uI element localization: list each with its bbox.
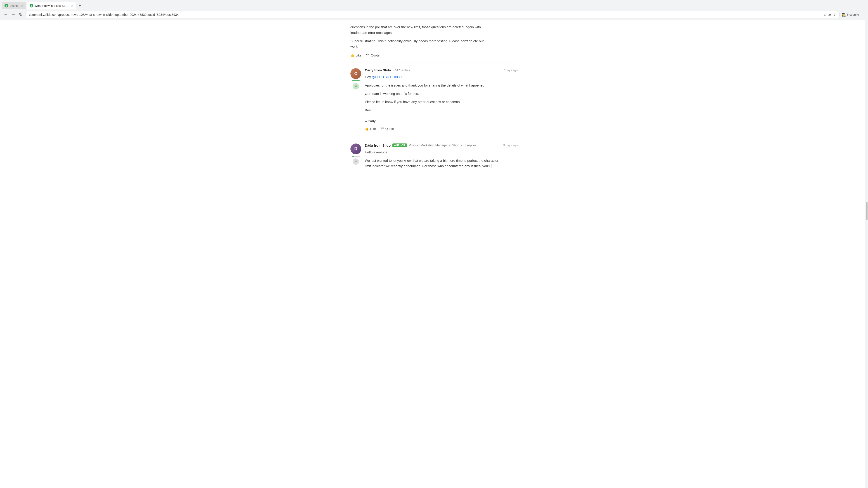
- tab-close-events[interactable]: ✕: [21, 4, 24, 7]
- rank-bar-carly: [352, 80, 360, 81]
- url-text: community.slido.com/product-news-108/wha…: [29, 13, 822, 17]
- quote-icon: ❞❞: [366, 54, 370, 57]
- comment-dasa: D sl Dáša from Slido AUTHOR Product Mark…: [350, 138, 518, 174]
- carly-quote-button[interactable]: ❞❞ Quote: [380, 126, 394, 131]
- comment-meta-dasa: Dáša from Slido AUTHOR Product Marketing…: [365, 143, 518, 147]
- browser-chrome: S Events ✕ S What's new in Slido: Septem…: [0, 0, 868, 20]
- divider-line-carly: [365, 117, 370, 117]
- comment-body-carly: Carly from Slido · 447 replies 7 days ag…: [365, 68, 518, 132]
- partial-line1: questions in the poll that are over the …: [350, 24, 518, 36]
- browser-menu-button[interactable]: ⋮: [861, 12, 865, 18]
- dasa-body: We just wanted to let you know that we a…: [365, 158, 518, 169]
- carly-greeting: Hey @FUJITSU IT 0033.: [365, 74, 518, 80]
- forward-button[interactable]: →: [10, 11, 16, 18]
- author-name-dasa: Dáša from Slido: [365, 143, 391, 147]
- bookmark-icon[interactable]: ☆: [824, 12, 827, 17]
- author-replies-dasa: · 43 replies: [461, 143, 476, 147]
- tab-label-whats-new: What's new in Slido: Septembe...: [35, 4, 68, 7]
- partial-like-button[interactable]: 👍 Like: [350, 53, 362, 58]
- scrollbar[interactable]: [865, 11, 868, 179]
- author-row-dasa: Dáša from Slido AUTHOR Product Marketing…: [365, 143, 476, 147]
- carly-line2: Our team is working on a fix for this.: [365, 91, 518, 97]
- comment-time-carly: 7 days ago: [503, 68, 518, 72]
- quote-label-carly: Quote: [385, 127, 394, 131]
- tab-label-events: Events: [9, 4, 19, 7]
- incognito-button[interactable]: 🕵 Incognito: [842, 12, 859, 17]
- like-icon: 👍: [350, 54, 354, 57]
- rank-bar-dasa: [352, 156, 360, 157]
- tab-bar: S Events ✕ S What's new in Slido: Septem…: [0, 0, 868, 9]
- like-icon-carly: 👍: [365, 127, 369, 131]
- text-cursor: [491, 164, 491, 168]
- partial-quote-button[interactable]: ❞❞ Quote: [366, 53, 379, 58]
- reload-button[interactable]: ↻: [18, 11, 23, 18]
- like-label: Like: [355, 54, 362, 57]
- comment-text-carly: Hey @FUJITSU IT 0033. Apologies for the …: [365, 74, 518, 113]
- comment-carly: C sl Carly from Slido · 447 replies 7 da…: [350, 63, 518, 138]
- quote-icon-carly: ❞❞: [380, 127, 384, 131]
- dasa-greeting: Hello everyone.: [365, 150, 518, 155]
- avatar-carly: C: [350, 68, 361, 79]
- carly-like-button[interactable]: 👍 Like: [365, 126, 376, 131]
- tab-close-whats-new[interactable]: ✕: [71, 4, 73, 7]
- incognito-icon: 🕵: [842, 12, 846, 17]
- address-bar[interactable]: community.slido.com/product-news-108/wha…: [25, 11, 840, 18]
- mini-avatar-carly: sl: [352, 83, 359, 90]
- partial-line2: Super frustrating. This functionality ob…: [350, 38, 518, 50]
- partial-comment: questions in the poll that are over the …: [350, 24, 518, 63]
- carly-line3: Please let us know if you have any other…: [365, 99, 518, 105]
- avatar-dasa: D: [350, 143, 361, 154]
- back-button[interactable]: ←: [3, 11, 8, 18]
- author-replies-carly: · 447 replies: [393, 68, 410, 72]
- avatar-col-dasa: D sl: [350, 143, 361, 169]
- partial-comment-text: questions in the poll that are over the …: [350, 24, 518, 50]
- carly-line4: Best.: [365, 107, 518, 113]
- page-content: questions in the poll that are over the …: [346, 20, 522, 179]
- download-icon[interactable]: ⇓: [833, 12, 836, 17]
- quote-label: Quote: [371, 54, 379, 57]
- comment-text-dasa: Hello everyone. We just wanted to let yo…: [365, 150, 518, 169]
- mention-link[interactable]: @FUJITSU IT 0033.: [372, 75, 403, 79]
- avatar-col-carly: C sl: [350, 68, 361, 132]
- like-label-carly: Like: [370, 127, 376, 131]
- signature-carly: – Carly: [365, 119, 518, 123]
- new-tab-button[interactable]: +: [77, 2, 83, 9]
- carly-comment-actions: 👍 Like ❞❞ Quote: [365, 126, 518, 131]
- carly-line1: Apologies for the issues and thank you f…: [365, 83, 518, 88]
- author-name-carly: Carly from Slido: [365, 68, 391, 72]
- address-bar-row: ← → ↻ community.slido.com/product-news-1…: [0, 9, 868, 20]
- partial-comment-actions: 👍 Like ❞❞ Quote: [350, 53, 518, 58]
- mini-avatar-dasa: sl: [352, 158, 359, 165]
- tab-favicon-whats-new: S: [30, 4, 33, 7]
- tab-events[interactable]: S Events ✕: [2, 2, 26, 9]
- comment-time-dasa: 5 days ago: [503, 144, 518, 147]
- tab-whats-new[interactable]: S What's new in Slido: Septembe... ✕: [27, 2, 76, 9]
- incognito-label: Incognito: [847, 13, 859, 16]
- author-row-carly: Carly from Slido · 447 replies: [365, 68, 410, 72]
- author-role-dasa: Product Marketing Manager at Slido: [409, 143, 459, 147]
- comment-body-dasa: Dáša from Slido AUTHOR Product Marketing…: [365, 143, 518, 169]
- comment-meta-carly: Carly from Slido · 447 replies 7 days ag…: [365, 68, 518, 72]
- extensions-icon[interactable]: ▰: [829, 12, 831, 17]
- tab-favicon-events: S: [4, 4, 8, 7]
- author-badge: AUTHOR: [393, 143, 407, 147]
